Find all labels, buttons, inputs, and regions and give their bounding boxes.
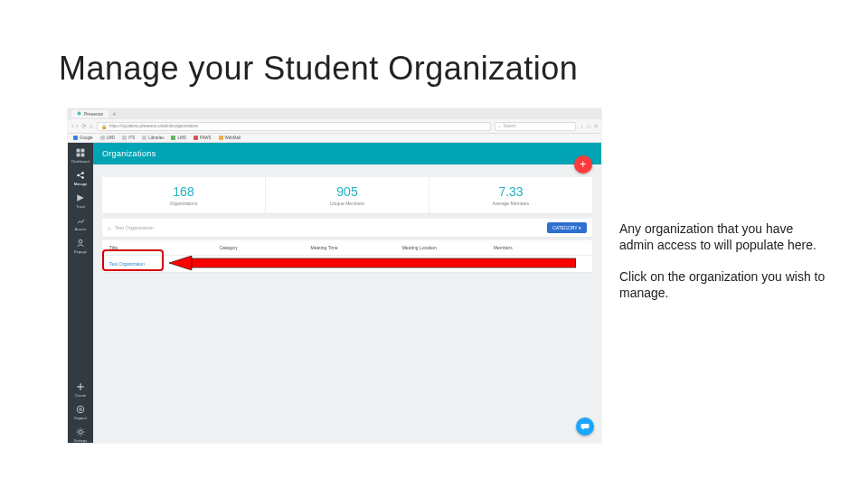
sidebar-item-label: Dashboard (71, 159, 90, 164)
sidebar-item-dashboard[interactable]: Dashboard (71, 148, 90, 164)
svg-rect-1 (77, 149, 80, 153)
support-icon (76, 405, 85, 414)
main-content: Organizations + 168 Organizations 905 Un… (93, 143, 601, 443)
dashboard-icon (76, 148, 85, 157)
sidebar-item-support[interactable]: Support (74, 405, 87, 420)
browser-window: Presence + ‹ › ⟳ ⌂ 🔒 https://loyolavcu.p… (68, 108, 601, 443)
engage-icon (76, 239, 85, 248)
search-icon: ⌕ (108, 225, 111, 231)
stat-organizations: 168 Organizations (102, 177, 265, 213)
svg-line-8 (79, 174, 83, 176)
stat-value: 905 (269, 184, 425, 199)
url-text: https://loyolavcu.presence.io/admin/orga… (109, 124, 198, 128)
stat-unique-members: 905 Unique Members (265, 177, 429, 213)
sidebar-item-label: Track (76, 204, 85, 209)
browser-navbar: ‹ › ⟳ ⌂ 🔒 https://loyolavcu.presence.io/… (68, 119, 601, 134)
url-bar[interactable]: 🔒 https://loyolavcu.presence.io/admin/or… (97, 122, 491, 131)
app-area: Dashboard Manage Track Assess Engage (68, 143, 601, 443)
tab-title: Presence (84, 111, 103, 117)
bookmark-bar: Google LWD ITS Libraries LMS PAWS WebMai… (68, 134, 601, 143)
bookmark-icon (73, 136, 78, 140)
svg-rect-2 (81, 149, 85, 153)
table-row[interactable]: Test Organization (102, 256, 592, 272)
sidebar-item-engage[interactable]: Engage (74, 239, 87, 254)
bookmark-webmail[interactable]: WebMail (219, 136, 241, 140)
bookmark-paws[interactable]: PAWS (193, 136, 212, 140)
bookmark-lwd[interactable]: LWD (100, 136, 116, 140)
home-icon[interactable]: ⌂ (90, 123, 93, 130)
bookmark-google[interactable]: Google (73, 136, 93, 140)
sidebar-item-track[interactable]: Track (76, 193, 85, 209)
table-header: Title Category Meeting Time Meeting Loca… (102, 240, 592, 256)
browser-search[interactable]: ⌕ Search (495, 122, 576, 131)
forward-icon[interactable]: › (76, 123, 78, 130)
sidebar-item-label: Assess (75, 227, 87, 231)
header-bar: Organizations + (93, 143, 601, 164)
annotation-text-2: Click on the organization you wish to ma… (619, 269, 827, 301)
bookmark-libraries[interactable]: Libraries (142, 136, 164, 140)
bookmark-icon (100, 136, 105, 140)
sidebar: Dashboard Manage Track Assess Engage (68, 143, 93, 443)
th-members[interactable]: Members (494, 245, 585, 250)
reload-icon[interactable]: ⟳ (81, 123, 87, 130)
chat-button[interactable] (576, 418, 594, 436)
back-icon[interactable]: ‹ (71, 123, 73, 130)
sidebar-item-label: Settings (74, 438, 87, 443)
svg-rect-3 (77, 154, 80, 157)
search-placeholder: Search (503, 124, 515, 128)
td-title: Test Organization (109, 261, 219, 267)
sidebar-item-label: Support (74, 416, 87, 420)
sidebar-item-settings[interactable]: Settings (74, 427, 87, 443)
bookmark-icon[interactable]: ☆ (586, 123, 591, 130)
bookmark-icon (193, 136, 198, 140)
annotation-text-1: Any organization that you have admin acc… (619, 221, 827, 253)
tab-favicon-icon (77, 111, 81, 117)
sidebar-item-assess[interactable]: Assess (75, 216, 87, 231)
svg-point-14 (80, 408, 82, 411)
stat-label: Unique Members (269, 201, 425, 206)
sidebar-item-label: Create (75, 393, 86, 398)
svg-point-10 (79, 239, 82, 243)
sidebar-item-manage[interactable]: Manage (74, 171, 87, 186)
new-tab-button[interactable]: + (112, 111, 116, 117)
bookmark-icon (171, 136, 175, 140)
organizations-table: Title Category Meeting Time Meeting Loca… (102, 240, 592, 272)
add-organization-button[interactable]: + (574, 155, 592, 174)
sidebar-item-label: Manage (74, 182, 87, 186)
page-title: Manage your Student Organization (59, 50, 578, 88)
category-filter-button[interactable]: CATEGORY ▾ (547, 222, 587, 233)
svg-point-13 (77, 406, 84, 413)
td-category (219, 261, 310, 267)
browser-tabstrip: Presence + (68, 108, 601, 119)
search-row: ⌕ Test Organization CATEGORY ▾ (102, 219, 592, 237)
th-meeting-location[interactable]: Meeting Location (402, 245, 494, 250)
stat-value: 168 (106, 184, 261, 199)
gear-icon (76, 427, 85, 436)
th-category[interactable]: Category (219, 245, 310, 250)
td-meeting-location (402, 261, 494, 267)
download-icon[interactable]: ↓ (580, 123, 583, 130)
svg-line-9 (79, 175, 83, 178)
share-icon (76, 171, 85, 180)
browser-tab[interactable]: Presence (71, 110, 108, 117)
bookmark-icon (122, 136, 127, 140)
bookmark-lms[interactable]: LMS (171, 136, 185, 140)
bookmark-its[interactable]: ITS (122, 136, 135, 140)
search-input[interactable]: Test Organization (115, 225, 543, 230)
plus-icon (76, 382, 85, 391)
lock-icon: 🔒 (101, 124, 107, 129)
svg-rect-4 (81, 154, 85, 157)
sidebar-item-create[interactable]: Create (75, 382, 86, 398)
track-icon (76, 193, 85, 202)
menu-icon[interactable]: ≡ (594, 123, 598, 130)
stat-value: 7.33 (433, 184, 589, 199)
th-meeting-time[interactable]: Meeting Time (311, 245, 402, 250)
td-members (494, 261, 585, 267)
header-title: Organizations (102, 149, 156, 158)
assess-icon (76, 216, 85, 225)
svg-point-15 (79, 430, 82, 434)
stats-row: 168 Organizations 905 Unique Members 7.3… (102, 177, 592, 213)
stat-label: Average Members (433, 201, 589, 206)
th-title[interactable]: Title (109, 245, 219, 250)
chat-icon (580, 422, 590, 431)
